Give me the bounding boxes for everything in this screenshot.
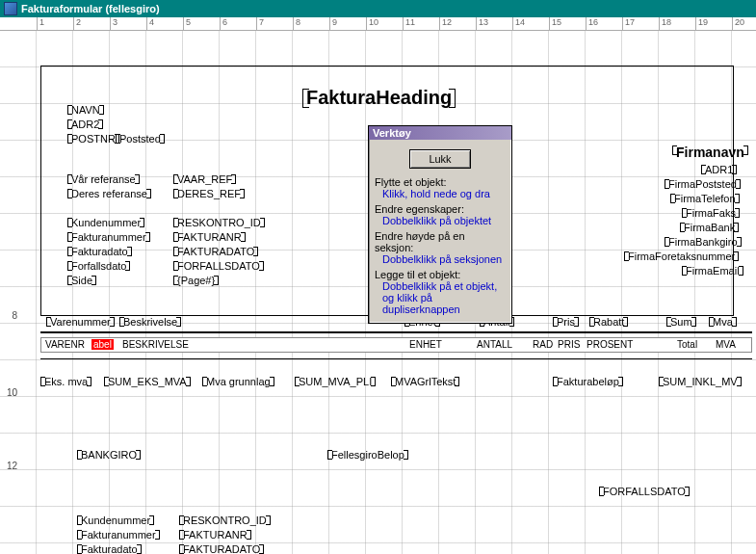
field-giro-forfallsdato[interactable]: FORFALLSDATO: [601, 486, 688, 497]
field-mvagrl-tekst[interactable]: MVAGrlTekst: [393, 376, 457, 387]
detail-pris[interactable]: PRIS: [558, 339, 580, 350]
hint-move-action: Klikk, hold nede og dra: [382, 188, 506, 199]
hint-props-action: Dobbelklikk på objektet: [382, 215, 506, 226]
ruler-tick: 19: [695, 17, 708, 31]
ruler-tick: 16: [586, 17, 598, 31]
field-adr2[interactable]: ADR2: [69, 119, 101, 130]
label-forfallsdato[interactable]: Forfallsdato: [69, 260, 128, 272]
ruler-tick: 3: [110, 17, 117, 31]
detail-antall[interactable]: ANTALL: [477, 339, 512, 350]
col-varenummer[interactable]: Varenummer: [48, 316, 113, 328]
field-side[interactable]: {Page#}: [175, 275, 217, 286]
label-fakturabelop[interactable]: Fakturabeløp: [555, 376, 621, 387]
label-giro-kundenr[interactable]: Kundenummer: [79, 514, 152, 526]
label-giro-fakturadato[interactable]: Fakturadato: [79, 543, 140, 554]
field-firma-poststed[interactable]: FirmaPoststed: [666, 178, 739, 190]
ruler-tick: 5: [183, 17, 191, 31]
label-fakturadato[interactable]: Fakturadato: [69, 246, 130, 257]
detail-mva[interactable]: MVA: [716, 339, 736, 350]
field-giro-fakturanr[interactable]: FAKTURANR: [181, 529, 249, 541]
ruler-tick: 8: [293, 17, 300, 31]
field-firma-email[interactable]: FirmaEmail: [684, 265, 742, 277]
ruler-tick: 18: [659, 17, 671, 31]
detail-rad[interactable]: RAD: [533, 339, 553, 350]
faktura-heading[interactable]: FakturaHeading: [306, 87, 452, 109]
field-deres-ref[interactable]: DERES_REF: [175, 188, 243, 199]
design-area[interactable]: 8 10 12 FakturaHeading NAVN ADR2 POSTNR …: [0, 31, 756, 554]
ruler-tick: 20: [732, 17, 744, 31]
label-deres-ref[interactable]: Deres referanse: [69, 188, 149, 199]
toolbox-body: Lukk Flytte et objekt: Klikk, hold nede …: [369, 140, 511, 323]
window-titlebar: Fakturaformular (fellesgiro): [0, 0, 756, 17]
label-kundenr[interactable]: Kundenummer: [69, 217, 143, 228]
app-icon: [4, 2, 17, 15]
label-giro-fakturanr[interactable]: Fakturanummer: [79, 529, 158, 541]
ruler-tick: 15: [549, 17, 561, 31]
label-fakturanr[interactable]: Fakturanummer: [69, 231, 148, 243]
field-kundenr[interactable]: RESKONTRO_ID: [175, 217, 263, 228]
label-eks-mva[interactable]: Eks. mva: [42, 376, 90, 387]
toolbox-window[interactable]: Verktøy Lukk Flytte et objekt: Klikk, ho…: [368, 125, 512, 324]
hint-height-heading: Endre høyde på en seksjon:: [375, 230, 506, 253]
hint-props-heading: Endre egenskaper:: [375, 203, 506, 215]
hint-add-action-2: og klikk på dupliserknappen: [382, 292, 506, 315]
ruler-tick: 1: [37, 17, 44, 31]
detail-varenr[interactable]: VARENR: [45, 339, 85, 350]
field-firmanavn[interactable]: Firmanavn: [674, 145, 746, 160]
field-fakturadato[interactable]: FAKTURADATO: [175, 246, 256, 257]
field-sum-mva-pli[interactable]: SUM_MVA_PLI: [297, 376, 374, 387]
label-mva-grunnlag[interactable]: Mva grunnlag: [204, 376, 273, 387]
section-divider: [40, 331, 752, 333]
field-fellesgiro-belop[interactable]: FellesgiroBelop: [329, 449, 406, 461]
detail-beskrivelse[interactable]: BESKRIVELSE: [122, 339, 189, 350]
field-firma-foretaksnr[interactable]: FirmaForetaksnummer: [626, 251, 737, 262]
field-firma-bankgiro[interactable]: FirmaBankgiro: [666, 236, 740, 248]
field-fakturanr[interactable]: FAKTURANR: [175, 231, 244, 243]
detail-total[interactable]: Total: [677, 339, 697, 350]
window-title: Fakturaformular (fellesgiro): [21, 3, 160, 14]
label-side[interactable]: Side: [69, 275, 94, 286]
field-giro-fakturadato[interactable]: FAKTURADATO: [181, 543, 262, 554]
field-bankgiro[interactable]: BANKGIRO: [79, 449, 139, 461]
field-firma-faks[interactable]: FirmaFaks: [684, 207, 738, 219]
col-rabatt[interactable]: Rabatt: [591, 316, 626, 328]
field-postnr[interactable]: POSTNR: [69, 133, 117, 145]
field-sum-inkl-mva[interactable]: SUM_INKL_MV: [661, 376, 740, 387]
field-poststed[interactable]: Poststed: [117, 133, 163, 145]
col-beskrivelse[interactable]: Beskrivelse: [121, 316, 179, 328]
ruler-tick: 6: [220, 17, 227, 31]
ruler-tick: 9: [329, 17, 337, 31]
field-forfallsdato[interactable]: FORFALLSDATO: [175, 260, 262, 272]
ruler-tick: 11: [403, 17, 415, 31]
field-firma-bank[interactable]: FirmaBank: [682, 222, 737, 233]
ruler-tick: 7: [256, 17, 264, 31]
toolbox-title[interactable]: Verktøy: [369, 126, 511, 140]
label-vaar-ref[interactable]: Vår referanse: [69, 173, 138, 185]
detail-enhet[interactable]: ENHET: [409, 339, 442, 350]
field-firma-adr1[interactable]: ADR1: [703, 164, 735, 175]
detail-prosent[interactable]: PROSENT: [587, 339, 633, 350]
horizontal-ruler: 1 2 3 4 5 6 7 8 9 10 11 12 13 14 15 16 1…: [0, 17, 756, 31]
field-vaar-ref[interactable]: VAAR_REF: [175, 173, 234, 185]
hint-add-heading: Legge til et objekt:: [375, 269, 506, 280]
ruler-tick: 2: [73, 17, 81, 31]
field-sum-eks-mva[interactable]: SUM_EKS_MVA: [106, 376, 189, 387]
ruler-tick: 17: [622, 17, 635, 31]
col-sum[interactable]: Sum: [668, 316, 694, 328]
detail-red-label[interactable]: abel: [91, 339, 114, 350]
ruler-tick: 4: [146, 17, 154, 31]
ruler-tick: 12: [439, 17, 452, 31]
ruler-tick: 13: [476, 17, 488, 31]
field-firma-telefon[interactable]: FirmaTelefon: [672, 193, 738, 204]
field-giro-kundenr[interactable]: RESKONTRO_ID: [181, 514, 269, 526]
col-mva[interactable]: Mva: [711, 316, 735, 328]
hint-height-action: Dobbelklikk på seksjonen: [382, 253, 506, 265]
ruler-tick: 14: [512, 17, 525, 31]
hint-add-action-1: Dobbelklikk på et objekt,: [382, 280, 506, 292]
close-button[interactable]: Lukk: [409, 149, 471, 169]
col-pris[interactable]: Pris: [555, 316, 577, 328]
section-divider: [40, 358, 752, 359]
field-navn[interactable]: NAVN: [69, 104, 102, 116]
section-num: 8: [2, 310, 17, 321]
detail-band[interactable]: VARENR abel BESKRIVELSE ENHET ANTALL RAD…: [40, 337, 752, 353]
